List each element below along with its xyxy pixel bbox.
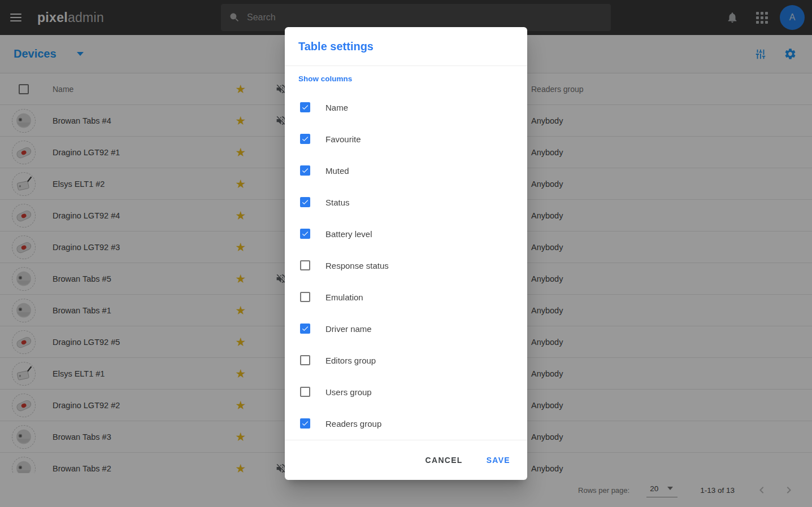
column-option-label: Name <box>325 103 348 112</box>
column-option-row[interactable]: Muted <box>300 155 514 186</box>
check-icon <box>301 325 309 333</box>
column-option-checkbox[interactable] <box>300 292 310 302</box>
column-option-checkbox[interactable] <box>300 102 310 112</box>
dialog-title: Table settings <box>298 40 374 53</box>
check-icon <box>301 135 309 143</box>
column-option-label: Response status <box>325 261 389 270</box>
column-option-checkbox[interactable] <box>300 355 310 365</box>
column-option-label: Readers group <box>325 419 381 429</box>
column-option-checkbox[interactable] <box>300 387 310 397</box>
column-option-row[interactable]: Readers group <box>300 408 514 439</box>
column-option-label: Driver name <box>325 324 372 334</box>
check-icon <box>301 103 309 111</box>
cancel-button[interactable]: CANCEL <box>424 451 464 469</box>
column-option-label: Users group <box>325 387 372 397</box>
column-option-label: Emulation <box>325 292 363 302</box>
column-option-checkbox[interactable] <box>300 418 310 429</box>
column-option-checkbox[interactable] <box>300 229 310 239</box>
column-option-row[interactable]: Name <box>300 91 514 123</box>
table-settings-dialog: Table settings Show columns Name Favouri… <box>285 27 527 480</box>
column-option-row[interactable]: Driver name <box>300 313 514 344</box>
column-option-label: Muted <box>325 166 349 176</box>
column-option-row[interactable]: Status <box>300 186 514 218</box>
column-option-checkbox[interactable] <box>300 260 310 270</box>
column-option-label: Status <box>325 198 350 207</box>
column-option-checkbox[interactable] <box>300 165 310 176</box>
save-button[interactable]: SAVE <box>485 451 511 469</box>
column-option-label: Battery level <box>325 229 372 239</box>
show-columns-label: Show columns <box>298 75 514 83</box>
column-option-checkbox[interactable] <box>300 197 310 207</box>
column-option-row[interactable]: Response status <box>300 250 514 281</box>
column-option-row[interactable]: Editors group <box>300 344 514 376</box>
column-option-label: Favourite <box>325 134 361 144</box>
check-icon <box>301 419 309 427</box>
column-option-label: Editors group <box>325 356 376 365</box>
column-option-row[interactable]: Emulation <box>300 281 514 313</box>
column-option-checkbox[interactable] <box>300 324 310 334</box>
column-option-row[interactable]: Battery level <box>300 218 514 250</box>
check-icon <box>301 198 309 206</box>
column-option-checkbox[interactable] <box>300 134 310 144</box>
check-icon <box>301 167 309 174</box>
column-option-row[interactable]: Users group <box>300 376 514 408</box>
column-option-row[interactable]: Favourite <box>300 123 514 155</box>
check-icon <box>301 230 309 238</box>
